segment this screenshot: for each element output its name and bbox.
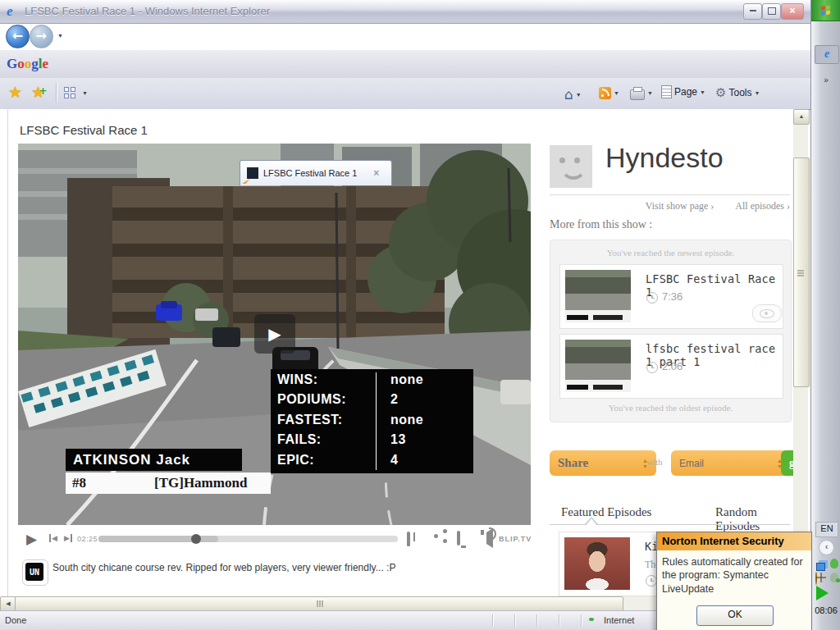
driver-name-overlay: ATKINSON Jack bbox=[66, 449, 242, 471]
favorites-star-icon[interactable]: ★ bbox=[8, 83, 22, 101]
play-button[interactable]: ▶ bbox=[26, 531, 37, 547]
navigation-bar: ← → ▼ ▼ ↻ × ▼ bbox=[0, 23, 810, 51]
tools-menu-button[interactable]: ⚙ Tools ▼ bbox=[715, 85, 760, 100]
vertical-scrollbar[interactable]: ▲ ▼ bbox=[793, 109, 808, 596]
norton-popup-message: Rules automatically created for the prog… bbox=[657, 550, 811, 596]
show-avatar[interactable] bbox=[550, 145, 592, 188]
close-button[interactable]: × bbox=[781, 3, 804, 20]
feeds-button[interactable]: ▼ bbox=[599, 87, 619, 99]
clock-icon bbox=[646, 575, 657, 587]
taskbar-clock: 08:06 bbox=[811, 605, 840, 615]
norton-popup: Norton Internet Security Rules automatic… bbox=[656, 532, 812, 630]
gear-icon: ⚙ bbox=[715, 85, 726, 100]
quick-launch-ie-icon[interactable]: e bbox=[815, 45, 839, 64]
episode-duration: 2:06 bbox=[662, 360, 682, 372]
page-menu-button[interactable]: Page ▼ bbox=[661, 85, 705, 98]
description-row: UN South city chicane course rev. Ripped… bbox=[18, 559, 531, 592]
tray-status-icon[interactable] bbox=[829, 572, 840, 583]
forward-button[interactable]: → bbox=[30, 25, 53, 48]
episode-thumbnail[interactable] bbox=[565, 270, 631, 322]
share-icon[interactable] bbox=[434, 534, 438, 538]
start-button[interactable] bbox=[811, 0, 840, 21]
seek-bar[interactable] bbox=[98, 536, 398, 542]
page-content: LFSBC Festival Race 1 bbox=[0, 109, 793, 596]
add-favorite-icon[interactable]: ★+ bbox=[31, 83, 45, 101]
visit-show-link[interactable]: Visit show page › bbox=[646, 200, 714, 212]
episode-thumbnail[interactable] bbox=[565, 340, 631, 392]
video-player[interactable]: ▶ WINS:none PODIUMS:2 FASTEST:none FAILS… bbox=[18, 144, 531, 525]
fullscreen-icon[interactable] bbox=[457, 531, 460, 546]
tab-featured-episodes[interactable]: Featured Episodes bbox=[561, 505, 651, 519]
quick-tabs-icon[interactable] bbox=[64, 87, 76, 99]
norton-ok-button[interactable]: OK bbox=[696, 605, 774, 626]
page-title: LFSBC Festival Race 1 bbox=[20, 123, 148, 137]
blip-favicon bbox=[247, 167, 258, 179]
views-button[interactable] bbox=[752, 304, 782, 322]
google-logo: Google bbox=[7, 56, 48, 72]
title-bar: e LFSBC Festival Race 1 - Windows Intern… bbox=[0, 0, 810, 24]
home-button[interactable]: ⌂ ▼ bbox=[564, 86, 582, 103]
tab-close-icon[interactable]: × bbox=[373, 167, 379, 179]
restore-button[interactable] bbox=[762, 3, 781, 20]
featured-thumbnail[interactable] bbox=[564, 537, 630, 590]
ie-logo-icon: e bbox=[7, 3, 13, 20]
minimize-button[interactable] bbox=[743, 3, 762, 20]
home-icon: ⌂ bbox=[564, 86, 573, 103]
sidebar-links: Visit show page › All episodes › bbox=[550, 200, 790, 212]
newest-episode-notice: You've reached the newest episode. bbox=[550, 248, 791, 258]
more-from-show-label: More from this show : bbox=[550, 218, 652, 231]
clock-icon bbox=[646, 362, 658, 373]
playlist-icon[interactable] bbox=[407, 532, 410, 546]
window-title: LFSBC Festival Race 1 - Windows Internet… bbox=[25, 5, 270, 17]
share-method-select[interactable]: Email ▲▼ bbox=[671, 450, 791, 476]
oldest-episode-notice: You've reached the oldest episode. bbox=[550, 403, 791, 413]
status-text: Done bbox=[5, 615, 26, 625]
screen: e LFSBC Festival Race 1 - Windows Intern… bbox=[0, 0, 840, 630]
clock-icon bbox=[646, 292, 658, 304]
page-icon bbox=[661, 85, 672, 98]
taskbar: e » EN ‹ 08:06 bbox=[810, 0, 840, 630]
language-indicator[interactable]: EN bbox=[815, 522, 838, 537]
play-overlay-button[interactable]: ▶ bbox=[254, 314, 295, 354]
rss-icon bbox=[599, 87, 611, 99]
quick-launch-overflow-icon[interactable]: » bbox=[811, 75, 840, 84]
with-label: with bbox=[646, 457, 663, 467]
driver-stats-overlay: WINS:none PODIUMS:2 FASTEST:none FAILS:1… bbox=[271, 369, 473, 473]
next-button[interactable]: ▶ bbox=[64, 534, 72, 542]
print-button[interactable]: ▼ bbox=[630, 86, 653, 100]
episode-card[interactable]: lfsbc festival race 1 part 1 2:06 bbox=[559, 334, 783, 399]
sidebar-divider bbox=[550, 194, 790, 195]
tab-list-dropdown-icon[interactable]: ▼ bbox=[82, 90, 88, 96]
back-button[interactable]: ← bbox=[6, 25, 30, 48]
episode-card[interactable]: LFSBC Festival Race 1 7:36 bbox=[559, 264, 783, 329]
tray-network-icon[interactable] bbox=[816, 563, 825, 571]
share-select[interactable]: Share ▲▼ bbox=[550, 450, 656, 476]
google-toolbar: Google G ▼ ▼ Go ▼ PageRank ▼ 85 blocked … bbox=[0, 50, 810, 79]
share-go-button[interactable]: go bbox=[781, 450, 793, 476]
tab-random-episodes[interactable]: Random Episodes bbox=[715, 505, 793, 533]
volume-icon[interactable] bbox=[486, 528, 493, 548]
scroll-up-button[interactable]: ▲ bbox=[793, 109, 810, 125]
tray-liveupdate-icon[interactable] bbox=[816, 586, 829, 600]
tab-bar: ★ ★+ ▼ The Broadcast - Live for Speed LF… bbox=[0, 78, 810, 110]
blip-brand: BLIP.TV bbox=[499, 535, 532, 543]
player-controls: ▶ ◀ ▶ 02:25 BLIP.TV bbox=[18, 525, 531, 553]
norton-popup-title[interactable]: Norton Internet Security bbox=[657, 532, 811, 550]
seek-handle[interactable] bbox=[191, 534, 201, 544]
tray-globe-icon[interactable] bbox=[815, 572, 817, 585]
hide-tray-icons-button[interactable]: ‹ bbox=[819, 540, 834, 555]
untv-icon[interactable]: UN bbox=[22, 559, 48, 586]
tray-messenger-icon[interactable] bbox=[829, 558, 840, 569]
history-dropdown-icon[interactable]: ▼ bbox=[57, 33, 63, 39]
eye-icon bbox=[760, 309, 774, 318]
tab-lfsbc-active[interactable]: LFSBC Festival Race 1 × bbox=[240, 160, 392, 185]
episode-duration: 7:36 bbox=[662, 290, 682, 303]
episodes-panel: You've reached the newest episode. LFSBC… bbox=[550, 240, 792, 422]
vertical-scroll-thumb[interactable] bbox=[793, 158, 810, 387]
previous-button[interactable]: ◀ bbox=[49, 534, 57, 542]
quick-launch-winamp-icon[interactable] bbox=[815, 25, 838, 42]
all-episodes-link[interactable]: All episodes › bbox=[735, 200, 790, 212]
zone-text: Internet bbox=[604, 615, 634, 625]
windows-flag-icon bbox=[821, 5, 832, 16]
printer-icon bbox=[630, 89, 645, 100]
